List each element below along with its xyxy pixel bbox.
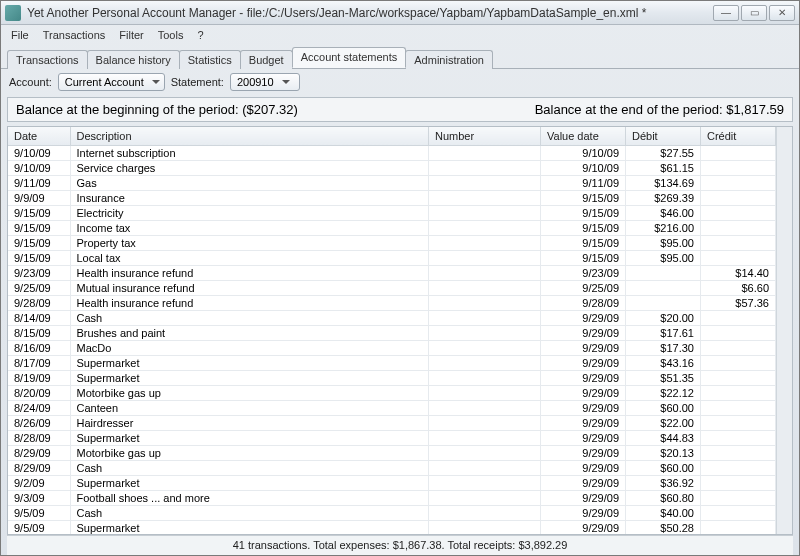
col-number[interactable]: Number (429, 127, 541, 145)
cell-date: 9/25/09 (8, 280, 70, 295)
table-row[interactable]: 9/15/09Electricity9/15/09$46.00 (8, 205, 776, 220)
table-row[interactable]: 8/29/09Motorbike gas up9/29/09$20.13 (8, 445, 776, 460)
col-date[interactable]: Date (8, 127, 70, 145)
table-row[interactable]: 8/28/09Supermarket9/29/09$44.83 (8, 430, 776, 445)
cell-description: Cash (70, 460, 429, 475)
table-row[interactable]: 9/15/09Income tax9/15/09$216.00 (8, 220, 776, 235)
cell-number (429, 475, 541, 490)
app-window: Yet Another Personal Account Manager - f… (0, 0, 800, 556)
menu-filter[interactable]: Filter (113, 27, 149, 43)
account-combo[interactable]: Current Account (58, 73, 165, 91)
cell-value-date: 9/10/09 (541, 145, 626, 160)
cell-debit: $44.83 (626, 430, 701, 445)
table-row[interactable]: 8/19/09Supermarket9/29/09$51.35 (8, 370, 776, 385)
cell-description: Local tax (70, 250, 429, 265)
table-row[interactable]: 9/15/09Local tax9/15/09$95.00 (8, 250, 776, 265)
cell-description: Canteen (70, 400, 429, 415)
table-row[interactable]: 9/15/09Property tax9/15/09$95.00 (8, 235, 776, 250)
cell-number (429, 445, 541, 460)
cell-value-date: 9/29/09 (541, 310, 626, 325)
titlebar: Yet Another Personal Account Manager - f… (1, 1, 799, 25)
table-row[interactable]: 8/14/09Cash9/29/09$20.00 (8, 310, 776, 325)
cell-description: Internet subscription (70, 145, 429, 160)
cell-value-date: 9/29/09 (541, 505, 626, 520)
cell-value-date: 9/15/09 (541, 235, 626, 250)
cell-date: 9/15/09 (8, 205, 70, 220)
maximize-button[interactable]: ▭ (741, 5, 767, 21)
filter-toolbar: Account: Current Account Statement: 2009… (1, 69, 799, 95)
cell-value-date: 9/29/09 (541, 400, 626, 415)
table-row[interactable]: 9/9/09Insurance9/15/09$269.39 (8, 190, 776, 205)
table-row[interactable]: 9/28/09Health insurance refund9/28/09$57… (8, 295, 776, 310)
tab-statistics[interactable]: Statistics (179, 50, 241, 69)
table-row[interactable]: 9/5/09Supermarket9/29/09$50.28 (8, 520, 776, 534)
table-row[interactable]: 9/11/09Gas9/11/09$134.69 (8, 175, 776, 190)
table-row[interactable]: 9/23/09Health insurance refund9/23/09$14… (8, 265, 776, 280)
cell-date: 8/16/09 (8, 340, 70, 355)
cell-credit (701, 220, 776, 235)
table-row[interactable]: 8/24/09Canteen9/29/09$60.00 (8, 400, 776, 415)
cell-credit (701, 430, 776, 445)
cell-number (429, 430, 541, 445)
statement-combo[interactable]: 200910 (230, 73, 300, 91)
cell-credit (701, 370, 776, 385)
table-row[interactable]: 9/3/09Football shoes ... and more9/29/09… (8, 490, 776, 505)
cell-value-date: 9/29/09 (541, 340, 626, 355)
table-row[interactable]: 9/25/09Mutual insurance refund9/25/09$6.… (8, 280, 776, 295)
cell-debit: $20.00 (626, 310, 701, 325)
cell-number (429, 205, 541, 220)
cell-value-date: 9/15/09 (541, 205, 626, 220)
cell-value-date: 9/29/09 (541, 415, 626, 430)
statement-combo-value: 200910 (237, 76, 274, 88)
close-button[interactable]: ✕ (769, 5, 795, 21)
cell-number (429, 235, 541, 250)
menu-tools[interactable]: Tools (152, 27, 190, 43)
minimize-button[interactable]: — (713, 5, 739, 21)
cell-description: Insurance (70, 190, 429, 205)
table-row[interactable]: 8/26/09Hairdresser9/29/09$22.00 (8, 415, 776, 430)
col-debit[interactable]: Débit (626, 127, 701, 145)
balance-bar: Balance at the beginning of the period: … (7, 97, 793, 122)
cell-value-date: 9/29/09 (541, 385, 626, 400)
menu-file[interactable]: File (5, 27, 35, 43)
cell-number (429, 400, 541, 415)
cell-date: 9/15/09 (8, 250, 70, 265)
col-credit[interactable]: Crédit (701, 127, 776, 145)
cell-number (429, 265, 541, 280)
tab-balance-history[interactable]: Balance history (87, 50, 180, 69)
cell-description: Football shoes ... and more (70, 490, 429, 505)
table-row[interactable]: 9/2/09Supermarket9/29/09$36.92 (8, 475, 776, 490)
vertical-scrollbar[interactable] (776, 127, 792, 534)
menu-help[interactable]: ? (191, 27, 209, 43)
table-row[interactable]: 8/29/09Cash9/29/09$60.00 (8, 460, 776, 475)
table-row[interactable]: 8/16/09MacDo9/29/09$17.30 (8, 340, 776, 355)
cell-number (429, 355, 541, 370)
col-value-date[interactable]: Value date (541, 127, 626, 145)
cell-number (429, 175, 541, 190)
tab-transactions[interactable]: Transactions (7, 50, 88, 69)
menu-transactions[interactable]: Transactions (37, 27, 112, 43)
tab-account-statements[interactable]: Account statements (292, 47, 407, 68)
cell-date: 8/28/09 (8, 430, 70, 445)
cell-debit: $60.80 (626, 490, 701, 505)
cell-number (429, 385, 541, 400)
cell-description: Supermarket (70, 370, 429, 385)
cell-debit: $60.00 (626, 400, 701, 415)
cell-value-date: 9/10/09 (541, 160, 626, 175)
account-combo-value: Current Account (65, 76, 144, 88)
table-row[interactable]: 9/10/09Service charges9/10/09$61.15 (8, 160, 776, 175)
tab-budget[interactable]: Budget (240, 50, 293, 69)
table-row[interactable]: 8/17/09Supermarket9/29/09$43.16 (8, 355, 776, 370)
table-row[interactable]: 8/20/09Motorbike gas up9/29/09$22.12 (8, 385, 776, 400)
table-row[interactable]: 9/5/09Cash9/29/09$40.00 (8, 505, 776, 520)
account-label: Account: (9, 76, 52, 88)
table-row[interactable]: 9/10/09Internet subscription9/10/09$27.5… (8, 145, 776, 160)
cell-value-date: 9/29/09 (541, 355, 626, 370)
cell-description: Health insurance refund (70, 265, 429, 280)
table-row[interactable]: 8/15/09Brushes and paint9/29/09$17.61 (8, 325, 776, 340)
col-description[interactable]: Description (70, 127, 429, 145)
cell-debit: $61.15 (626, 160, 701, 175)
tab-administration[interactable]: Administration (405, 50, 493, 69)
cell-credit (701, 250, 776, 265)
cell-date: 9/10/09 (8, 160, 70, 175)
